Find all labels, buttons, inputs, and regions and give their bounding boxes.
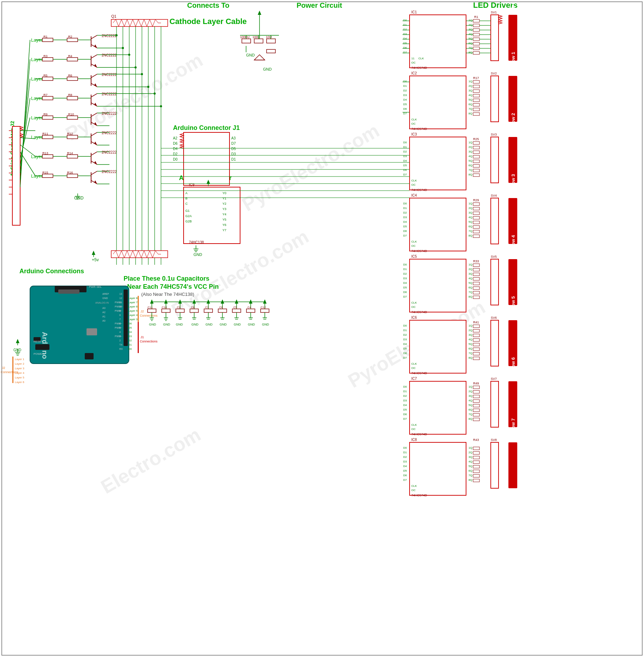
svg-rect-6 (12, 126, 20, 225)
svg-text:TX: TX (119, 344, 123, 346)
svg-text:AREF: AREF (102, 293, 109, 295)
svg-text:D5: D5 (128, 326, 132, 329)
svg-text:3Q: 3Q (469, 211, 472, 214)
svg-text:5Q: 5Q (469, 465, 472, 468)
svg-text:IC6: IC6 (411, 316, 417, 319)
svg-text:D6: D6 (403, 229, 407, 233)
svg-rect-421 (473, 357, 479, 360)
svg-text:D1: D1 (403, 23, 407, 26)
svg-text:CLK: CLK (411, 179, 417, 182)
svg-text:OC: OC (411, 489, 416, 492)
svg-rect-380 (473, 264, 479, 267)
svg-text:ANALOG IN: ANALOG IN (95, 301, 109, 304)
svg-text:3Q: 3Q (469, 89, 472, 92)
svg-text:Y4: Y4 (222, 213, 226, 216)
svg-text:D7: D7 (403, 234, 407, 237)
svg-text:IC4: IC4 (411, 193, 417, 197)
cap-note-line2: Near Each 74HC574's VCC Pin (127, 283, 219, 290)
svg-point-164 (160, 105, 162, 107)
svg-text:D1: D1 (231, 157, 236, 161)
svg-text:D3: D3 (128, 335, 132, 338)
svg-text:G2A: G2A (185, 214, 192, 218)
svg-text:R11: R11 (42, 132, 48, 136)
svg-text:C4: C4 (248, 306, 251, 309)
svg-text:IC1: IC1 (411, 10, 417, 14)
svg-rect-283 (473, 103, 479, 106)
svg-text:A3: A3 (102, 307, 106, 309)
svg-text:5Q: 5Q (469, 404, 472, 407)
svg-rect-482 (473, 447, 479, 450)
schematic-svg: PyroElectro.com PyroElectro.com Electro.… (0, 0, 644, 657)
svg-rect-349 (473, 216, 479, 219)
svg-rect-381 (473, 268, 479, 271)
svg-text:D5: D5 (403, 42, 407, 45)
svg-text:6Q: 6Q (469, 103, 472, 106)
svg-rect-417 (473, 339, 479, 341)
svg-rect-185 (184, 132, 229, 185)
svg-text:OC: OC (411, 122, 416, 125)
svg-text:8Q: 8Q (469, 295, 472, 298)
svg-text:3Q: 3Q (469, 394, 472, 398)
svg-text:D3: D3 (403, 399, 407, 402)
svg-text:PWM~: PWM~ (115, 305, 122, 308)
svg-point-160 (147, 86, 149, 88)
svg-text:74HC574D: 74HC574D (411, 127, 427, 131)
svg-text:SV6: SV6 (491, 316, 497, 319)
svg-rect-222 (410, 15, 466, 68)
svg-rect-454 (473, 413, 479, 416)
svg-text:D5: D5 (403, 225, 407, 228)
svg-text:R49: R49 (473, 382, 479, 385)
svg-text:D4: D4 (403, 37, 407, 40)
svg-text:Y5: Y5 (222, 218, 226, 221)
svg-text:3Q: 3Q (469, 272, 472, 275)
svg-point-154 (128, 54, 130, 56)
svg-text:IC8: IC8 (411, 438, 417, 442)
svg-text:D0: D0 (403, 141, 407, 144)
svg-text:PWM~: PWM~ (115, 301, 122, 304)
svg-text:Layer 1: Layer 1 (15, 358, 24, 361)
svg-rect-348 (473, 212, 479, 215)
svg-text:+5v: +5v (92, 257, 99, 262)
svg-text:D7: D7 (403, 478, 407, 482)
svg-rect-393 (410, 320, 466, 373)
svg-text:Connections: Connections (140, 314, 158, 317)
svg-rect-278 (473, 80, 479, 83)
svg-text:D6: D6 (403, 291, 407, 294)
svg-rect-313 (473, 146, 479, 149)
svg-text:Layer 3: Layer 3 (15, 367, 24, 370)
svg-rect-449 (473, 390, 479, 393)
svg-rect-325 (410, 198, 466, 251)
svg-text:3Q: 3Q (469, 150, 472, 153)
svg-rect-427 (410, 381, 466, 434)
svg-text:IC7: IC7 (411, 377, 417, 381)
svg-text:GND: GND (246, 53, 255, 57)
power-circuit-title: Power Circuit (297, 1, 342, 9)
svg-text:C10: C10 (162, 306, 167, 309)
svg-text:R7: R7 (43, 93, 48, 97)
svg-rect-461 (410, 442, 466, 495)
svg-point-162 (154, 92, 156, 95)
svg-text:D1: D1 (403, 329, 407, 332)
svg-text:3Q: 3Q (469, 28, 472, 31)
svg-point-150 (115, 34, 118, 36)
svg-text:D5: D5 (231, 147, 236, 151)
schematic-container: PyroElectro.com PyroElectro.com Electro.… (0, 0, 644, 657)
svg-rect-250 (473, 47, 479, 50)
svg-text:Y0: Y0 (222, 191, 226, 195)
svg-text:J2: J2 (141, 310, 144, 313)
svg-rect-423 (491, 320, 499, 366)
svg-rect-284 (473, 108, 479, 111)
svg-text:D4: D4 (403, 342, 407, 346)
svg-text:74HC574D: 74HC574D (411, 249, 427, 253)
svg-text:R14: R14 (67, 151, 73, 155)
arduino-connector-j1-title: Arduino Connector J1 (173, 124, 240, 131)
svg-text:D0: D0 (403, 263, 407, 266)
svg-text:D2: D2 (403, 455, 407, 459)
svg-rect-492 (508, 442, 517, 488)
svg-text:A3: A3 (231, 136, 236, 140)
svg-text:1Q: 1Q (469, 385, 472, 388)
svg-text:1000U: 1000U (240, 35, 250, 39)
svg-text:D2: D2 (403, 150, 407, 153)
svg-rect-384 (473, 282, 479, 285)
svg-text:SV2: SV2 (491, 72, 497, 75)
